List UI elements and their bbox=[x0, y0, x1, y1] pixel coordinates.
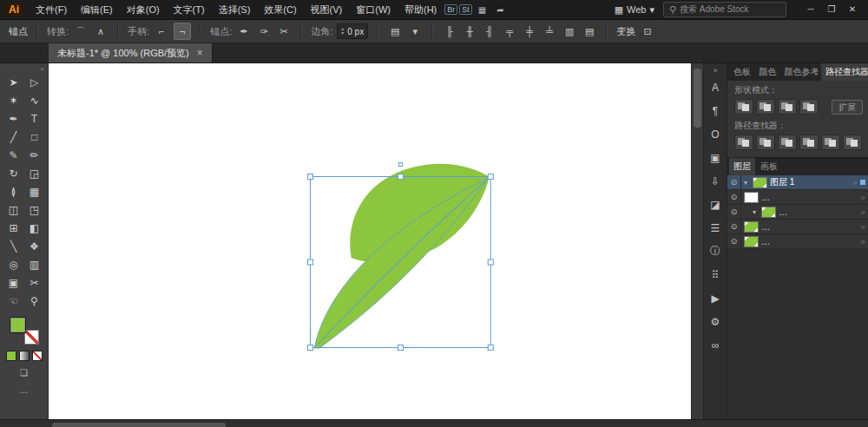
rectangle-tool[interactable]: □ bbox=[24, 128, 45, 146]
layer-name[interactable]: 图层 1 bbox=[770, 176, 850, 188]
divide-button[interactable] bbox=[734, 135, 753, 150]
stock-search-input[interactable]: ⚲ 搜索 Adobe Stock bbox=[663, 2, 786, 17]
document-tab[interactable]: 未标题-1* @ 100% (RGB/预览) × bbox=[49, 43, 213, 62]
minus-front-button[interactable] bbox=[756, 99, 775, 115]
corner-radius-value[interactable]: 0 px bbox=[347, 27, 364, 36]
merge-button[interactable] bbox=[778, 135, 797, 150]
eyedropper-tool[interactable]: ╲ bbox=[3, 237, 24, 255]
layer-thumbnail[interactable] bbox=[744, 221, 759, 233]
cut-path-button[interactable]: ✂ bbox=[276, 23, 292, 39]
layer-name[interactable]: … bbox=[779, 207, 858, 217]
outline-button[interactable] bbox=[821, 135, 840, 150]
align-right-button[interactable]: ╢ bbox=[482, 23, 497, 39]
tab-color[interactable]: 颜色 bbox=[754, 63, 779, 81]
expand-caret-icon[interactable]: ▾ bbox=[750, 208, 759, 216]
gradient-button[interactable] bbox=[19, 351, 30, 361]
scale-tool[interactable]: ◲ bbox=[24, 164, 45, 182]
target-circle-icon[interactable]: ○ bbox=[858, 194, 868, 201]
menu-type[interactable]: 文字(T) bbox=[168, 0, 211, 19]
workspace-switcher[interactable]: ▦ Web ▾ bbox=[608, 4, 661, 16]
lasso-tool[interactable]: ∿ bbox=[24, 91, 45, 109]
layer-thumbnail[interactable] bbox=[744, 236, 759, 247]
layer-name[interactable]: … bbox=[761, 222, 858, 232]
slice-tool[interactable]: ✂ bbox=[24, 273, 45, 292]
handle-mid-left[interactable] bbox=[307, 259, 312, 265]
chevron-down-icon[interactable]: ▾ bbox=[407, 23, 423, 39]
handle-top-center[interactable] bbox=[398, 174, 403, 180]
target-circle-icon[interactable]: ○ bbox=[858, 238, 868, 246]
line-segment-tool[interactable]: ╱ bbox=[3, 128, 24, 146]
exclude-button[interactable] bbox=[799, 99, 819, 115]
tab-swatches[interactable]: 色板 bbox=[729, 63, 753, 81]
links-panel-icon[interactable]: ∞ bbox=[704, 333, 727, 357]
paragraph-panel-icon[interactable]: ¶ bbox=[704, 99, 727, 122]
target-circle-icon[interactable]: ○ bbox=[858, 208, 868, 216]
swatches-panel-icon[interactable]: ⠿ bbox=[704, 263, 727, 286]
menu-select[interactable]: 选择(S) bbox=[213, 0, 257, 19]
intersect-button[interactable] bbox=[778, 99, 797, 115]
info-panel-icon[interactable]: ⓘ bbox=[704, 240, 727, 263]
handle-top-right[interactable] bbox=[488, 174, 493, 180]
align-h-center-button[interactable]: ╫ bbox=[462, 23, 477, 39]
symbol-sprayer-tool[interactable]: ◎ bbox=[3, 255, 24, 273]
layer-thumbnail[interactable] bbox=[744, 192, 759, 203]
visibility-eye-icon[interactable]: ⊙ bbox=[727, 175, 741, 189]
fill-swatch[interactable] bbox=[10, 317, 26, 333]
pencil-tool[interactable]: ✏ bbox=[24, 146, 45, 164]
align-v-center-button[interactable]: ╪ bbox=[522, 23, 537, 39]
crop-button[interactable] bbox=[799, 135, 819, 150]
color-button[interactable] bbox=[6, 351, 16, 361]
align-left-button[interactable]: ╟ bbox=[442, 23, 457, 39]
paintbrush-tool[interactable]: ✎ bbox=[3, 146, 24, 164]
menu-edit[interactable]: 编辑(E) bbox=[75, 0, 119, 19]
none-button[interactable] bbox=[32, 351, 43, 361]
tab-pathfinder[interactable]: 路径查找器 bbox=[821, 63, 868, 81]
target-circle-icon[interactable]: ○ bbox=[858, 223, 868, 231]
column-graph-tool[interactable]: ▥ bbox=[24, 255, 45, 273]
maximize-button[interactable]: ❐ bbox=[821, 0, 842, 19]
tab-color-guide[interactable]: 颜色参考 bbox=[780, 63, 821, 81]
handle-bottom-right[interactable] bbox=[488, 345, 493, 351]
hand-tool[interactable]: ☜ bbox=[3, 292, 24, 310]
magic-wand-tool[interactable]: ✶ bbox=[3, 91, 24, 109]
remove-anchor-button[interactable]: ✒ bbox=[236, 23, 252, 39]
vertical-scrollbar[interactable] bbox=[691, 63, 703, 419]
graphic-styles-panel-icon[interactable]: ⚙ bbox=[704, 310, 727, 333]
mesh-tool[interactable]: ⊞ bbox=[3, 219, 24, 237]
stroke-panel-icon[interactable]: ☰ bbox=[704, 216, 727, 240]
pen-tool[interactable]: ✒ bbox=[3, 109, 24, 128]
close-button[interactable]: ✕ bbox=[842, 0, 863, 19]
stroke-swatch[interactable] bbox=[24, 330, 39, 345]
visibility-eye-icon[interactable]: ⊙ bbox=[727, 234, 741, 248]
horizontal-scrollbar-thumb[interactable] bbox=[52, 423, 226, 427]
toolbar-collapse-icon[interactable]: « bbox=[41, 65, 44, 73]
menu-help[interactable]: 帮助(H) bbox=[398, 0, 443, 19]
visibility-eye-icon[interactable]: ⊙ bbox=[727, 220, 741, 233]
handle-bottom-center[interactable] bbox=[398, 345, 403, 351]
edit-toolbar-button[interactable]: … bbox=[19, 384, 29, 395]
corner-radius-stepper[interactable]: ▴ ▾ 0 px bbox=[337, 23, 368, 39]
show-handles-button[interactable]: ⌐ bbox=[154, 23, 169, 39]
expand-button[interactable]: 扩展 bbox=[832, 100, 863, 115]
menu-object[interactable]: 对象(O) bbox=[121, 0, 166, 19]
minus-back-button[interactable] bbox=[843, 135, 862, 150]
asset-export-panel-icon[interactable]: ⇩ bbox=[704, 169, 727, 193]
vertical-scrollbar-thumb[interactable] bbox=[694, 69, 701, 128]
layer-row-3[interactable]: ⊙ ▾ … ○ bbox=[727, 205, 868, 220]
layer-thumbnail[interactable] bbox=[761, 207, 776, 218]
isolate-selection-button[interactable]: ⊡ bbox=[640, 23, 655, 39]
width-tool[interactable]: ≬ bbox=[3, 182, 24, 200]
handle-mid-right[interactable] bbox=[488, 259, 493, 265]
perspective-grid-tool[interactable]: ◳ bbox=[24, 200, 45, 219]
artboard-tool[interactable]: ▣ bbox=[3, 273, 24, 292]
bridge-icon[interactable]: Br bbox=[444, 4, 457, 15]
transform-panel-icon[interactable]: ◪ bbox=[704, 193, 727, 216]
canvas-artboard[interactable] bbox=[49, 63, 703, 419]
menu-window[interactable]: 窗口(W) bbox=[350, 0, 397, 19]
selection-tool[interactable]: ➤ bbox=[3, 73, 24, 91]
zoom-tool[interactable]: ⚲ bbox=[24, 292, 45, 310]
distribute-v-button[interactable]: ▤ bbox=[582, 23, 597, 39]
layer-row-4[interactable]: ⊙ … ○ bbox=[727, 220, 868, 234]
layer-row-1[interactable]: ⊙ ▾ 图层 1 ○ bbox=[727, 175, 868, 190]
menu-effect[interactable]: 效果(C) bbox=[258, 0, 302, 19]
